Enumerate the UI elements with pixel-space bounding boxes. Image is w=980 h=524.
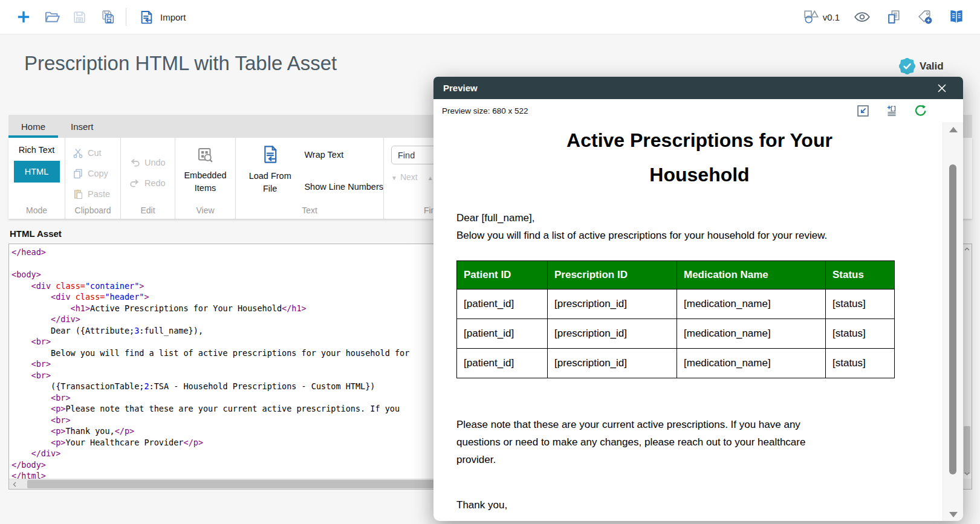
undo-button[interactable]: Undo	[129, 152, 175, 173]
tab-home[interactable]: Home	[8, 115, 58, 138]
save-copy-button[interactable]	[93, 3, 121, 31]
undo-icon	[129, 157, 140, 168]
scroll-left-icon[interactable]	[9, 479, 20, 489]
group-caption-clipboard: Clipboard	[65, 205, 120, 215]
table-cell: [medication_name]	[677, 349, 826, 378]
triangle-up-icon: ▲	[427, 175, 433, 181]
paste-clipboard-icon	[73, 189, 83, 199]
copy-button[interactable]: Copy	[73, 163, 120, 184]
table-cell: [status]	[826, 289, 895, 319]
valid-check-icon	[899, 58, 915, 74]
preview-scroll-up-icon[interactable]	[943, 127, 963, 132]
scroll-down-icon[interactable]	[962, 469, 972, 479]
refresh-button[interactable]	[913, 103, 928, 118]
email-preview: Active Prescriptions for Your Household …	[433, 122, 943, 521]
book-icon	[947, 8, 965, 26]
import-icon	[138, 9, 155, 25]
table-header-cell: Patient ID	[457, 261, 548, 289]
group-view: Embedded Items View	[175, 138, 236, 219]
toolbar-divider	[126, 8, 126, 26]
cut-scissors-icon	[73, 147, 83, 158]
save-button[interactable]	[65, 3, 93, 31]
table-body: [patient_id][prescription_id][medication…	[457, 289, 895, 378]
preview-button[interactable]	[848, 3, 876, 31]
import-label: Import	[160, 12, 186, 22]
table-header-cell: Prescription ID	[548, 261, 677, 289]
import-button[interactable]: Import	[131, 3, 193, 31]
embedded-items-button[interactable]: Embedded Items	[175, 146, 235, 195]
table-cell: [prescription_id]	[548, 289, 677, 319]
preview-size-label: Preview size: 680 x 522	[442, 106, 528, 115]
html-mode-button[interactable]: HTML	[14, 161, 60, 183]
tag-globe-icon	[917, 8, 934, 26]
refresh-icon	[913, 103, 928, 118]
paste-button[interactable]: Paste	[73, 184, 120, 204]
embedded-items-icon	[196, 146, 215, 164]
tab-insert[interactable]: Insert	[58, 115, 106, 138]
find-next-button[interactable]: ▼Next	[391, 172, 418, 182]
editor-vertical-scrollbar[interactable]	[962, 244, 972, 479]
editor-vscroll-thumb[interactable]	[964, 426, 970, 474]
email-heading: Active Prescriptions for Your Household	[518, 123, 881, 192]
table-cell: [medication_name]	[677, 289, 826, 319]
save-icon	[72, 10, 87, 25]
table-cell: [patient_id]	[457, 349, 548, 378]
open-button[interactable]	[37, 3, 65, 31]
preview-scroll-down-icon[interactable]	[943, 512, 963, 517]
status-badge: Valid	[899, 58, 944, 74]
library-button[interactable]	[943, 3, 970, 31]
group-caption-text: Text	[236, 205, 383, 215]
version-label: v0.1	[823, 12, 840, 22]
table-cell: [patient_id]	[457, 319, 548, 349]
email-closing: Thank you,	[456, 496, 943, 514]
open-folder-icon	[44, 9, 60, 25]
table-header-row: Patient IDPrescription IDMedication Name…	[457, 261, 895, 289]
preview-modal-title: Preview	[443, 83, 478, 93]
group-edit: Undo Redo Edit	[121, 138, 175, 219]
plus-icon	[16, 9, 31, 25]
load-from-file-icon	[261, 145, 280, 164]
close-icon	[937, 83, 947, 93]
redo-button[interactable]: Redo	[129, 173, 175, 193]
email-intro: Below you will find a list of active pre…	[456, 227, 943, 244]
table-header-cell: Medication Name	[677, 261, 826, 289]
close-button[interactable]	[933, 79, 951, 97]
copy-asset-button[interactable]	[880, 3, 907, 31]
status-label: Valid	[920, 60, 944, 73]
copy-icon	[73, 168, 83, 179]
new-button[interactable]	[10, 3, 37, 31]
group-caption-mode: Mode	[8, 205, 65, 215]
wrap-text-toggle[interactable]: Wrap Text	[304, 150, 383, 160]
eye-icon	[853, 8, 871, 26]
table-cell: [status]	[826, 319, 895, 349]
tags-button[interactable]	[911, 3, 939, 31]
save-copy-icon	[99, 9, 115, 25]
rich-text-button[interactable]: Rich Text	[8, 143, 65, 157]
prescriptions-table: Patient IDPrescription IDMedication Name…	[456, 260, 895, 378]
table-cell: [prescription_id]	[548, 349, 677, 378]
preview-modal-header[interactable]: Preview	[433, 77, 963, 99]
scroll-up-icon[interactable]	[962, 244, 972, 254]
redo-icon	[129, 178, 140, 189]
table-cell: [medication_name]	[677, 319, 826, 349]
insert-attribute-button[interactable]	[884, 103, 899, 118]
preview-scrollbar[interactable]	[943, 122, 963, 521]
scrollbar-corner	[962, 479, 972, 489]
email-note: Please note that these are your current …	[456, 416, 826, 468]
copy-pages-icon	[885, 8, 903, 26]
table-cell: [status]	[826, 349, 895, 378]
group-clipboard: Cut Copy Paste Clipboard	[65, 138, 121, 219]
version-shapes-icon	[803, 8, 820, 25]
table-row: [patient_id][prescription_id][medication…	[457, 319, 895, 349]
preview-toolbar: Preview size: 680 x 522	[433, 99, 963, 122]
table-header-cell: Status	[826, 261, 895, 289]
table-cell: [patient_id]	[457, 289, 548, 319]
preview-scroll-thumb[interactable]	[949, 164, 956, 474]
group-mode: Rich Text HTML Mode	[8, 138, 65, 219]
cut-button[interactable]: Cut	[73, 143, 120, 163]
shrink-preview-button[interactable]	[856, 104, 870, 118]
show-line-numbers-toggle[interactable]: Show Line Numbers	[304, 182, 383, 192]
group-text: Load From File Wrap Text Show Line Numbe…	[236, 138, 384, 219]
version-button[interactable]: v0.1	[803, 8, 845, 25]
preview-body: Active Prescriptions for Your Household …	[433, 122, 963, 521]
